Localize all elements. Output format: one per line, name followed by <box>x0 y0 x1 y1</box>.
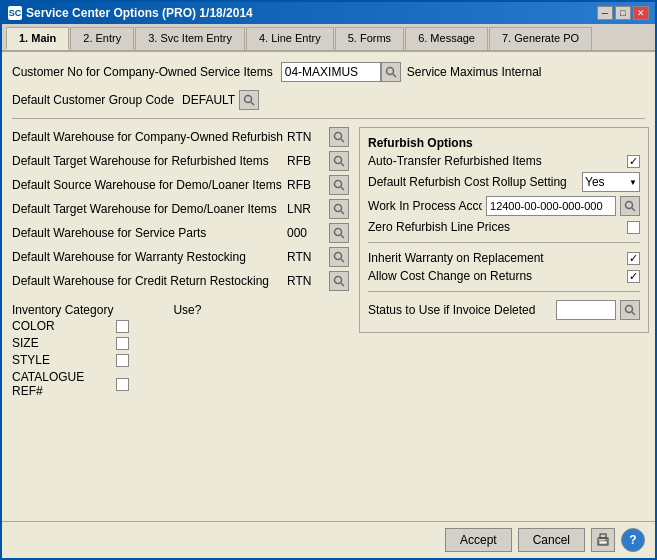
wip-row: Work In Process Account <box>368 196 640 216</box>
close-button[interactable]: ✕ <box>633 6 649 20</box>
inventory-label-2: STYLE <box>12 353 112 367</box>
warehouse-value-4: 000 <box>287 226 325 240</box>
default-group-value: DEFAULT <box>182 93 235 107</box>
svg-point-2 <box>245 96 252 103</box>
warehouse-label-4: Default Warehouse for Service Parts <box>12 226 283 240</box>
inherit-warranty-label: Inherit Warranty on Replacement <box>368 251 623 265</box>
customer-row: Customer No for Company-Owned Service It… <box>12 62 645 82</box>
warehouse-search-4[interactable] <box>329 223 349 243</box>
dropdown-arrow-icon: ▼ <box>629 178 637 187</box>
svg-point-0 <box>386 68 393 75</box>
inventory-row-3: CATALOGUE REF# <box>12 370 349 398</box>
tab-bar: 1. Main 2. Entry 3. Svc Item Entry 4. Li… <box>2 24 655 52</box>
zero-refurbish-checkbox[interactable] <box>627 221 640 234</box>
cost-rollup-label: Default Refurbish Cost Rollup Setting <box>368 175 578 189</box>
inventory-checkbox-3[interactable] <box>116 378 129 391</box>
allow-cost-label: Allow Cost Change on Returns <box>368 269 623 283</box>
warehouse-row-6: Default Warehouse for Credit Return Rest… <box>12 271 349 291</box>
tab-forms[interactable]: 5. Forms <box>335 27 404 50</box>
maximize-button[interactable]: □ <box>615 6 631 20</box>
zero-refurbish-row: Zero Refurbish Line Prices <box>368 220 640 234</box>
tab-main[interactable]: 1. Main <box>6 27 69 50</box>
warehouse-search-1[interactable] <box>329 151 349 171</box>
svg-point-4 <box>335 133 342 140</box>
warehouse-value-6: RTN <box>287 274 325 288</box>
allow-cost-checkbox[interactable] <box>627 270 640 283</box>
zero-refurbish-label: Zero Refurbish Line Prices <box>368 220 623 234</box>
svg-point-10 <box>335 205 342 212</box>
customer-input[interactable] <box>281 62 381 82</box>
window-icon: SC <box>8 6 22 20</box>
inventory-category-header: Inventory Category <box>12 303 113 317</box>
refurbish-separator-2 <box>368 291 640 292</box>
print-button[interactable] <box>591 528 615 552</box>
wip-input[interactable] <box>486 196 616 216</box>
inventory-checkbox-0[interactable] <box>116 320 129 333</box>
window-title: Service Center Options (PRO) 1/18/2014 <box>26 6 253 20</box>
warehouse-label-5: Default Warehouse for Warranty Restockin… <box>12 250 283 264</box>
warehouse-search-0[interactable] <box>329 127 349 147</box>
cancel-button[interactable]: Cancel <box>518 528 585 552</box>
inventory-use-header: Use? <box>173 303 201 317</box>
warehouse-search-3[interactable] <box>329 199 349 219</box>
right-column: Refurbish Options Auto-Transfer Refurbis… <box>359 127 649 401</box>
cost-rollup-value: Yes <box>585 175 605 189</box>
refurbish-separator <box>368 242 640 243</box>
warehouse-row-3: Default Target Warehouse for Demo/Loaner… <box>12 199 349 219</box>
customer-description: Service Maximus Internal <box>407 65 542 79</box>
wip-search-button[interactable] <box>620 196 640 216</box>
warehouse-search-2[interactable] <box>329 175 349 195</box>
svg-point-18 <box>626 202 633 209</box>
tab-generate-po[interactable]: 7. Generate PO <box>489 27 592 50</box>
titlebar-left: SC Service Center Options (PRO) 1/18/201… <box>8 6 253 20</box>
refurbish-panel: Refurbish Options Auto-Transfer Refurbis… <box>359 127 649 333</box>
tab-entry[interactable]: 2. Entry <box>70 27 134 50</box>
inventory-label-3: CATALOGUE REF# <box>12 370 112 398</box>
inventory-row-1: SIZE <box>12 336 349 350</box>
warehouse-value-5: RTN <box>287 250 325 264</box>
refurbish-title: Refurbish Options <box>368 136 640 150</box>
svg-line-5 <box>341 139 344 142</box>
left-column: Default Warehouse for Company-Owned Refu… <box>12 127 349 401</box>
allow-cost-row: Allow Cost Change on Returns <box>368 269 640 283</box>
inventory-checkbox-2[interactable] <box>116 354 129 367</box>
inherit-warranty-checkbox[interactable] <box>627 252 640 265</box>
warehouse-search-6[interactable] <box>329 271 349 291</box>
bottom-bar: Accept Cancel ? <box>2 521 655 558</box>
warehouse-value-3: LNR <box>287 202 325 216</box>
tab-line-entry[interactable]: 4. Line Entry <box>246 27 334 50</box>
inventory-checkbox-1[interactable] <box>116 337 129 350</box>
tab-message[interactable]: 6. Message <box>405 27 488 50</box>
status-input[interactable] <box>556 300 616 320</box>
cost-rollup-dropdown[interactable]: Yes ▼ <box>582 172 640 192</box>
svg-line-1 <box>393 74 396 77</box>
svg-point-25 <box>605 539 607 541</box>
status-search-button[interactable] <box>620 300 640 320</box>
inventory-label-1: SIZE <box>12 336 112 350</box>
svg-line-13 <box>341 235 344 238</box>
warehouse-label-0: Default Warehouse for Company-Owned Refu… <box>12 130 283 144</box>
wip-label: Work In Process Account <box>368 199 482 213</box>
warehouse-value-2: RFB <box>287 178 325 192</box>
main-content: Customer No for Company-Owned Service It… <box>2 52 655 521</box>
warehouse-row-4: Default Warehouse for Service Parts 000 <box>12 223 349 243</box>
inventory-label-0: COLOR <box>12 319 112 333</box>
svg-line-11 <box>341 211 344 214</box>
warehouse-search-5[interactable] <box>329 247 349 267</box>
svg-line-21 <box>632 312 635 315</box>
help-button[interactable]: ? <box>621 528 645 552</box>
svg-point-16 <box>335 277 342 284</box>
warehouse-value-0: RTN <box>287 130 325 144</box>
default-group-search-button[interactable] <box>239 90 259 110</box>
warehouse-fields: Default Warehouse for Company-Owned Refu… <box>12 127 349 291</box>
main-separator <box>12 118 645 119</box>
svg-line-7 <box>341 163 344 166</box>
auto-transfer-checkbox[interactable] <box>627 155 640 168</box>
inherit-warranty-row: Inherit Warranty on Replacement <box>368 251 640 265</box>
accept-button[interactable]: Accept <box>445 528 512 552</box>
svg-line-9 <box>341 187 344 190</box>
tab-svc-item-entry[interactable]: 3. Svc Item Entry <box>135 27 245 50</box>
minimize-button[interactable]: ─ <box>597 6 613 20</box>
inventory-header: Inventory Category Use? <box>12 303 349 317</box>
customer-search-button[interactable] <box>381 62 401 82</box>
